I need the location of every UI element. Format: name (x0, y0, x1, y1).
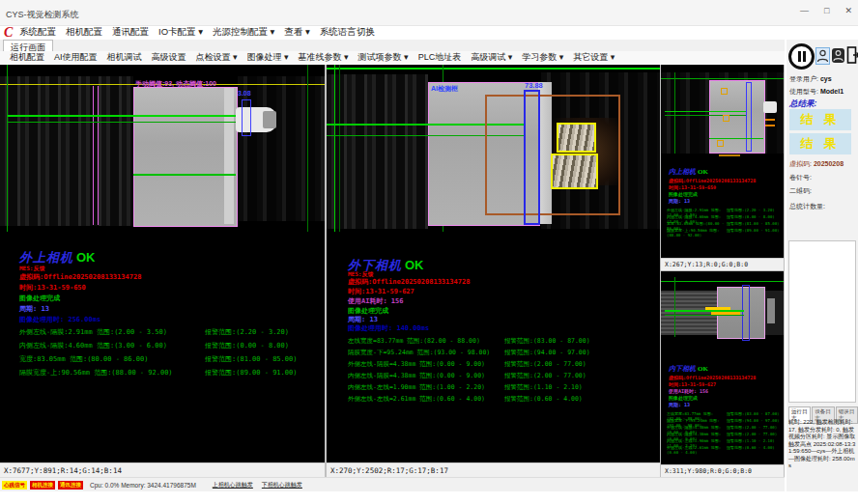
user-login-button[interactable] (815, 47, 830, 65)
menu-bar: 系统配置 相机配置 通讯配置 IO卡配置 ▾ 光源控制配置 ▾ 查看 ▾ 系统语… (19, 25, 783, 40)
alarm-range-text: 报警范围:(2.20 - 3.20) (205, 327, 289, 337)
total-count-label: 总统计数量: (789, 202, 825, 211)
camera-result-title: 内上相机OK (669, 167, 708, 177)
time-text: 时间:13-31-59-650 (19, 283, 86, 293)
operator-mode-button[interactable] (832, 48, 844, 63)
camera-panel-inner-bottom: 内下相机OK 虚拟码:Offline20250208133134728 时间:1… (661, 271, 784, 477)
user-badge-icon (832, 48, 844, 63)
toolbar-image-processing[interactable]: 图像处理 ▾ (247, 51, 289, 64)
menu-item-comm-config[interactable]: 通讯配置 (112, 26, 149, 39)
alarm-range-text: 报警范围:(0.00 - 8.00) (205, 341, 289, 350)
alarm-range-text: 报警范围:(2.00 - 77.00) (504, 360, 586, 369)
measurement-text: 外侧左线-隔膜=4.38mm 范围:(0.00 - 9.00) (348, 360, 504, 369)
processing-done-text: 图像处理完成 (19, 294, 60, 303)
toolbar-plc-address-table[interactable]: PLC地址表 (418, 51, 462, 64)
exit-button[interactable] (846, 45, 858, 65)
overlay-yellow-annotation (711, 312, 740, 315)
camera-view-inner-bottom[interactable] (661, 271, 784, 358)
alarm-range-text: 报警范围:(0.60 - 4.00) (727, 445, 775, 455)
measurement-row: 内侧左线-隔膜=4.38mm 范围:(0.00 - 9.00)报警范围:(2.0… (348, 372, 657, 380)
pause-button[interactable] (788, 43, 815, 70)
toolbar-learning-params[interactable]: 学习参数 ▾ (522, 51, 563, 64)
menu-item-language-switch[interactable]: 系统语言切换 (320, 26, 375, 39)
time-text: 时间:13-31-59-650 (669, 184, 716, 190)
overlay-orange-marker (765, 119, 775, 121)
camera-view-outer-top[interactable]: 3.08 手动阈值:93, 动态阈值:100 (0, 65, 325, 232)
camera-panel-outer-bottom: AI检测框 73.88 外下相机OK MES:反馈 虚拟码:Offline202… (327, 65, 660, 477)
toolbar-spot-check[interactable]: 点检设置 ▾ (196, 51, 238, 64)
measurement-row: 隔膜宽度-下=95.24mm 范围:(93.00 - 98.00)报警范围:(9… (348, 349, 657, 357)
barcode-text: 虚拟码:Offline20250208133134728 (669, 375, 756, 380)
title-bar: CYS-视觉检测系统 — □ ✕ (0, 0, 858, 26)
toolbar-advanced-settings[interactable]: 高级设置 (152, 51, 186, 64)
overlay-yellow-annotation (705, 307, 730, 310)
camera-connection-badge: 相机连接 (30, 481, 55, 490)
camera-view-outer-bottom[interactable]: AI检测框 73.88 (327, 65, 660, 232)
toolbar-other-settings[interactable]: 其它设置 ▾ (573, 51, 615, 64)
overlay-green-hline (133, 174, 236, 176)
maximize-button[interactable]: □ (824, 6, 829, 15)
measurement-text: 内侧左线-隔膜=4.38mm 范围:(0.00 - 9.00) (348, 372, 504, 380)
measurement-row: 内侧左线-左线=1.90mm 范围:(1.00 - 2.20)报警范围:(1.1… (348, 383, 657, 392)
separator-region (133, 87, 238, 227)
log-output-text: 耗时: 222, 触发检测耗时: 17, 触发分发耗时: 0, 触发视频分区耗时… (788, 419, 857, 470)
ai-box-label: AI检测框 (431, 84, 458, 94)
overlay-orange-marker (723, 115, 729, 122)
control-side-panel: 登录用户: cys 使用型号: Model1 总结果: 结 果 结 果 虚拟码:… (785, 40, 858, 491)
toolbar-baseline-params[interactable]: 基准线参数 ▾ (299, 51, 349, 64)
overlay-green-vline (674, 72, 675, 154)
needle-number-label: 卷针号: (789, 173, 812, 182)
toolbar-advanced-debug[interactable]: 高级调试 ▾ (471, 51, 512, 64)
menu-item-system-config[interactable]: 系统配置 (19, 26, 56, 39)
toolbar-camera-debug[interactable]: 相机调试 (107, 51, 142, 64)
cycle-text: 周期: 13 (669, 402, 690, 407)
measurement-text: 外侧左线-左线=2.61mm 范围:(0.60 - 4.00) (348, 395, 504, 404)
time-text: 时间:13-31-59-627 (348, 287, 415, 296)
status-ok: OK (76, 250, 96, 265)
menu-item-light-config[interactable]: 光源控制配置 ▾ (213, 26, 274, 39)
close-button[interactable]: ✕ (844, 6, 852, 15)
time-text: 时间:13-31-59-627 (669, 381, 716, 387)
menu-item-view[interactable]: 查看 ▾ (284, 26, 309, 39)
comm-connection-badge: 通讯连接 (58, 481, 83, 490)
result-list-box[interactable] (788, 240, 856, 403)
measurement-text: 隔膜宽度-上:90.56mm 范围:(88.00 - 92.00) (19, 368, 205, 378)
measurement-row: 左线宽度=83.77mm 范围:(82.00 - 88.00)报警范围:(83.… (348, 337, 657, 346)
pixel-coords-bar: X:267;Y:13;R:0;G:0;B:0 (661, 258, 784, 270)
elapsed-text: 图像处理用时: 256.00ms (19, 315, 100, 324)
camera-panel-inner-top: 内上相机OK 虚拟码:Offline20250208133134728 时间:1… (661, 65, 784, 270)
camera-name: 外上相机 (19, 250, 73, 265)
toolbar-camera-config[interactable]: 相机配置 (10, 51, 44, 64)
machinery-highlight (767, 298, 775, 323)
app-logo-icon: C (4, 25, 13, 41)
measurement-text: 外侧左线-左线=2.61mm 范围:(0.60 - 4.00) (667, 445, 727, 455)
measurement-text: 左线宽度=83.77mm 范围:(82.00 - 88.00) (348, 337, 504, 346)
overlay-green-hline (661, 281, 784, 282)
processing-done-text: 图像处理完成 (669, 191, 698, 197)
overlay-blue-measure-label: 3.08 (238, 90, 251, 97)
camera-name: 内下相机 (669, 365, 696, 373)
measurement-row: 宽度:83.05mm 范围:(80.00 - 86.00)报警范围:(81.00… (19, 354, 321, 364)
camera-name: 内上相机 (669, 168, 696, 176)
barcode-text: 虚拟码:Offline20250208133134728 (19, 272, 141, 282)
cycle-text: 周期: 13 (669, 198, 690, 204)
overlay-blue-rect (242, 99, 251, 136)
overlay-blue-rect (746, 82, 752, 152)
clip-object (763, 101, 777, 113)
toolbar-test-params[interactable]: 测试项参数 ▾ (358, 51, 409, 64)
barcode-text: 虚拟码:Offline20250208133134728 (348, 277, 470, 287)
status-ok: OK (698, 365, 708, 373)
bottom-camera-heartbeat-trigger[interactable]: 下相机心跳触发 (262, 481, 302, 490)
clip-object-end (263, 111, 276, 128)
window-title: CYS-视觉检测系统 (6, 9, 79, 21)
app-window: CYS-视觉检测系统 — □ ✕ C 系统配置 相机配置 通讯配置 IO卡配置 … (0, 0, 858, 504)
alarm-range-text: 报警范围:(1.10 - 2.10) (504, 383, 583, 392)
menu-item-io-config[interactable]: IO卡配置 ▾ (158, 26, 203, 39)
elapsed-text: 图像处理用时: 140.00ms (348, 323, 429, 333)
ai-time-text: 使用AI耗时: 156 (348, 296, 404, 306)
menu-item-camera-config[interactable]: 相机配置 (66, 26, 102, 39)
minimize-button[interactable]: — (800, 6, 809, 15)
camera-view-inner-top[interactable] (661, 65, 784, 161)
toolbar-ai-usage-config[interactable]: AI使用配置 (54, 51, 98, 64)
top-camera-heartbeat-trigger[interactable]: 上相机心跳触发 (213, 481, 253, 490)
